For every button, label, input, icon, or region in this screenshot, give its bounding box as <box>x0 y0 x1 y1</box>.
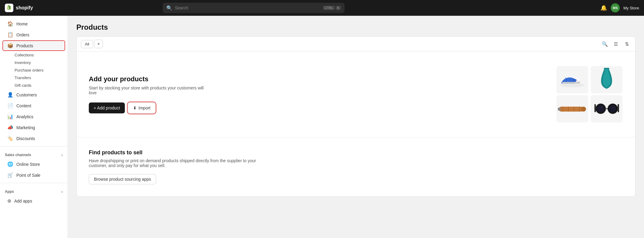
sort-icon[interactable]: ⇅ <box>622 40 631 48</box>
add-product-button[interactable]: + Add product <box>89 102 125 113</box>
svg-point-0 <box>560 83 585 87</box>
sidebar-item-home[interactable]: 🏠 Home <box>2 18 65 29</box>
sidebar-item-purchase-orders[interactable]: Purchase orders <box>2 66 65 74</box>
tab-add-button[interactable]: + <box>94 40 103 48</box>
sidebar-item-orders[interactable]: 📋 Orders <box>2 29 65 40</box>
customers-icon: 👤 <box>7 92 13 98</box>
sidebar-item-content[interactable]: 📄 Content <box>2 100 65 111</box>
orders-icon: 📋 <box>7 32 13 38</box>
sidebar-label-marketing: Marketing <box>16 125 35 130</box>
hero-section: Add your products Start by stocking your… <box>77 52 635 137</box>
sidebar: 🏠 Home 📋 Orders 📦 Products Collections I… <box>0 16 68 238</box>
hero-text: Add your products Start by stocking your… <box>89 75 204 113</box>
add-apps-icon: ⊕ <box>7 198 11 204</box>
find-products-section: Find products to sell Have dropshipping … <box>77 137 635 196</box>
sidebar-label-discounts: Discounts <box>16 136 35 141</box>
svg-point-16 <box>609 105 616 112</box>
svg-rect-6 <box>558 108 560 110</box>
apps-label: Apps <box>5 189 14 194</box>
marketing-icon: 📣 <box>7 125 13 130</box>
sidebar-divider-1 <box>0 146 68 146</box>
shopify-wordmark: shopify <box>16 5 33 11</box>
online-store-icon: 🌐 <box>7 161 13 167</box>
tab-bar: All + 🔍 ☰ ⇅ <box>77 37 635 52</box>
sunglasses-svg <box>593 102 620 115</box>
apps-header[interactable]: Apps › <box>0 186 68 195</box>
hero-title: Add your products <box>89 75 204 83</box>
vase-svg <box>598 67 615 92</box>
sidebar-item-marketing[interactable]: 📣 Marketing <box>2 122 65 133</box>
product-image-tube <box>556 95 588 122</box>
chevron-right-icon: › <box>61 153 63 157</box>
search-input[interactable] <box>175 5 321 10</box>
home-icon: 🏠 <box>7 21 13 27</box>
shopify-logo[interactable]: shopify <box>5 4 33 12</box>
user-avatar[interactable]: MS <box>611 3 620 12</box>
sidebar-item-products[interactable]: 📦 Products <box>2 40 65 51</box>
sidebar-item-inventory[interactable]: Inventory <box>2 59 65 66</box>
product-image-sunglasses <box>591 95 622 122</box>
browse-sourcing-apps-button[interactable]: Browse product sourcing apps <box>89 174 156 184</box>
point-of-sale-icon: 🛒 <box>7 172 13 178</box>
sidebar-item-discounts[interactable]: 🏷️ Discounts <box>2 133 65 144</box>
page-title: Products <box>76 23 636 32</box>
store-name[interactable]: My Store <box>623 6 639 10</box>
svg-point-15 <box>597 105 604 112</box>
sidebar-divider-2 <box>0 183 68 183</box>
top-navigation: shopify 🔍 CTRL K 🔔 MS My Store <box>0 0 644 16</box>
import-icon: ⬇ <box>133 106 137 110</box>
sidebar-label-customers: Customers <box>16 92 37 97</box>
search-bar[interactable]: 🔍 CTRL K <box>163 3 345 13</box>
sales-channels-label: Sales channels <box>5 153 31 157</box>
find-products-title: Find products to sell <box>89 149 623 156</box>
notification-bell-icon[interactable]: 🔔 <box>600 5 607 11</box>
shopify-icon-mark <box>5 4 13 12</box>
sidebar-item-add-apps[interactable]: ⊕ Add apps <box>2 196 65 206</box>
sidebar-item-transfers[interactable]: Transfers <box>2 74 65 82</box>
hero-subtitle: Start by stocking your store with produc… <box>89 85 204 95</box>
import-label: Import <box>138 106 151 110</box>
tab-all[interactable]: All <box>81 40 93 48</box>
sidebar-label-online-store: Online Store <box>16 162 40 167</box>
discounts-icon: 🏷️ <box>7 136 13 141</box>
product-image-vase <box>591 66 622 93</box>
main-layout: 🏠 Home 📋 Orders 📦 Products Collections I… <box>0 16 644 238</box>
svg-rect-3 <box>559 107 583 112</box>
sidebar-label-products: Products <box>16 43 33 48</box>
sidebar-label-orders: Orders <box>16 32 29 37</box>
sidebar-label-point-of-sale: Point of Sale <box>16 173 40 178</box>
hero-actions: + Add product ⬇ Import <box>89 102 204 113</box>
chevron-right-icon-apps: › <box>61 189 63 194</box>
sidebar-label-content: Content <box>16 103 31 108</box>
sidebar-item-collections[interactable]: Collections <box>2 51 65 59</box>
products-card: All + 🔍 ☰ ⇅ Add your products Start by s… <box>76 36 636 197</box>
products-icon: 📦 <box>7 43 13 49</box>
k-key: K <box>336 6 341 10</box>
sidebar-label-add-apps: Add apps <box>14 199 32 203</box>
sidebar-label-analytics: Analytics <box>16 114 33 119</box>
svg-rect-2 <box>604 68 609 69</box>
sidebar-item-online-store[interactable]: 🌐 Online Store <box>2 159 65 169</box>
sidebar-item-customers[interactable]: 👤 Customers <box>2 89 65 100</box>
sidebar-item-analytics[interactable]: 📊 Analytics <box>2 111 65 122</box>
svg-point-18 <box>601 107 602 108</box>
sidebar-label-home: Home <box>16 22 28 26</box>
sidebar-item-point-of-sale[interactable]: 🛒 Point of Sale <box>2 170 65 180</box>
search-products-icon[interactable]: 🔍 <box>601 40 609 48</box>
product-image-sneaker <box>556 66 588 93</box>
filter-icon[interactable]: ☰ <box>612 40 620 48</box>
analytics-icon: 📊 <box>7 114 13 119</box>
svg-point-5 <box>581 107 586 112</box>
find-products-description: Have dropshipping or print on demand pro… <box>89 158 271 168</box>
tube-svg <box>557 103 588 115</box>
search-shortcut: CTRL K <box>323 6 341 10</box>
sidebar-item-gift-cards[interactable]: Gift cards <box>2 82 65 89</box>
product-image-grid <box>556 66 623 122</box>
search-icon: 🔍 <box>166 5 172 11</box>
main-content: Products All + 🔍 ☰ ⇅ Add your products S… <box>68 16 644 238</box>
ctrl-key: CTRL <box>323 6 335 10</box>
svg-point-19 <box>613 107 614 108</box>
import-button[interactable]: ⬇ Import <box>128 102 156 113</box>
sales-channels-header[interactable]: Sales channels › <box>0 149 68 159</box>
svg-rect-1 <box>562 82 580 83</box>
